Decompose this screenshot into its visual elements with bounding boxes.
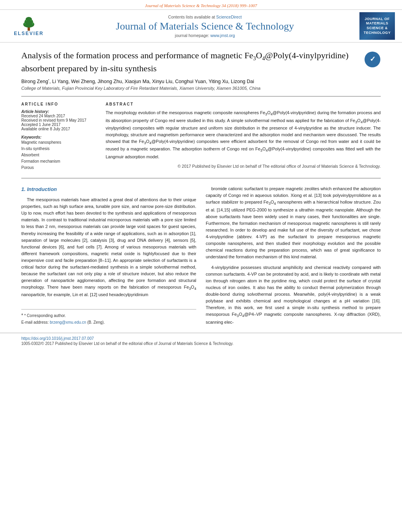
intro-para-right-2: 4-vinylpyridine possesses structural amp…	[206, 264, 381, 326]
accepted-date: Accepted 1 June 2017	[21, 122, 96, 127]
abstract-label: ABSTRACT	[106, 102, 381, 106]
title-section: Analysis of the formation process and pe…	[21, 50, 381, 74]
body-section: 1. Introduction The mesoporous materials…	[21, 185, 381, 330]
footnote-email: E-mail address: brzeng@xmu.edu.cn (B. Ze…	[21, 319, 196, 326]
journal-homepage: journal homepage: www.jmst.org	[50, 33, 359, 38]
keyword-4: Formation mechanism	[21, 158, 96, 165]
intro-heading: 1. Introduction	[21, 185, 196, 193]
svg-text:✓: ✓	[370, 55, 376, 63]
info-abstract-section: ARTICLE INFO Article history: Received 2…	[21, 96, 381, 171]
elsevier-tree-icon	[18, 16, 40, 31]
journal-header: ELSEVIER Contents lists available at Sci…	[0, 9, 402, 43]
svg-point-4	[24, 23, 26, 24]
keyword-1: Magnetic nanospheres	[21, 139, 96, 146]
article-info-col: ARTICLE INFO Article history: Received 2…	[21, 102, 96, 171]
email-link[interactable]: brzeng@xmu.edu.cn	[50, 320, 86, 324]
abstract-col: ABSTRACT The morphology evolution of the…	[106, 102, 381, 171]
intro-para-1: The mesoporous materials have attracted …	[21, 196, 196, 298]
article-history: Article history: Received 24 March 2017 …	[21, 109, 96, 131]
journal-center: Contents lists available at ScienceDirec…	[50, 15, 359, 38]
body-left-col: 1. Introduction The mesoporous materials…	[21, 185, 196, 330]
page-footer: https://doi.org/10.1016/j.jmst.2017.07.0…	[0, 333, 402, 349]
received-date: Received 24 March 2017	[21, 114, 96, 118]
body-right-col: bromide cationic surfactant to prepare m…	[206, 185, 381, 330]
available-date: Available online 8 July 2017	[21, 127, 96, 131]
keywords-section: Keywords: Magnetic nanospheres In-situ s…	[21, 135, 96, 171]
authors: Birong Zeng*, Li Yang, Wei Zheng, Jihong…	[21, 78, 381, 84]
svg-point-6	[26, 20, 27, 21]
abstract-text: The morphology evolution of the mesoporo…	[106, 109, 381, 160]
revised-date: Received in revised form 9 May 2017	[21, 118, 96, 122]
journal-url[interactable]: www.jmst.org	[210, 33, 235, 38]
affiliation: College of Materials, Fujian Provincial …	[21, 86, 381, 91]
jmst-logo-text: JOURNAL OFMATERIALSSCIENCE &TECHNOLOGY	[364, 17, 391, 35]
svg-point-7	[31, 20, 32, 21]
keyword-3: Absorbent	[21, 152, 96, 158]
footer-copyright: 1005-0302/© 2017 Published by Elsevier L…	[21, 341, 381, 346]
footer-doi[interactable]: https://doi.org/10.1016/j.jmst.2017.07.0…	[21, 336, 381, 341]
keyword-2: In-situ synthesis	[21, 146, 96, 152]
contents-line: Contents lists available at ScienceDirec…	[50, 15, 359, 19]
footnote-section: * * Corresponding author. E-mail address…	[21, 309, 196, 325]
crossmark-badge: ✓	[364, 51, 381, 68]
jmst-logo: JOURNAL OFMATERIALSSCIENCE &TECHNOLOGY	[359, 12, 395, 40]
section-divider	[21, 178, 381, 178]
sciencedirect-link[interactable]: ScienceDirect	[216, 15, 242, 19]
history-label: Article history:	[21, 109, 96, 114]
article-info-label: ARTICLE INFO	[21, 102, 96, 106]
elsevier-text: ELSEVIER	[14, 31, 43, 36]
main-content: Analysis of the formation process and pe…	[0, 50, 402, 330]
journal-title: Journal of Materials Science & Technolog…	[50, 20, 359, 32]
keywords-label: Keywords:	[21, 135, 96, 139]
journal-citation: Journal of Materials Science & Technolog…	[0, 0, 402, 9]
footnote-star: * * Corresponding author.	[21, 312, 196, 319]
keyword-5: Porous	[21, 165, 96, 171]
article-title: Analysis of the formation process and pe…	[21, 50, 364, 74]
intro-para-right-1: bromide cationic surfactant to prepare m…	[206, 185, 381, 260]
svg-point-5	[32, 23, 34, 24]
elsevier-logo: ELSEVIER	[7, 14, 50, 38]
abstract-copyright: © 2017 Published by Elsevier Ltd on beha…	[106, 163, 381, 169]
